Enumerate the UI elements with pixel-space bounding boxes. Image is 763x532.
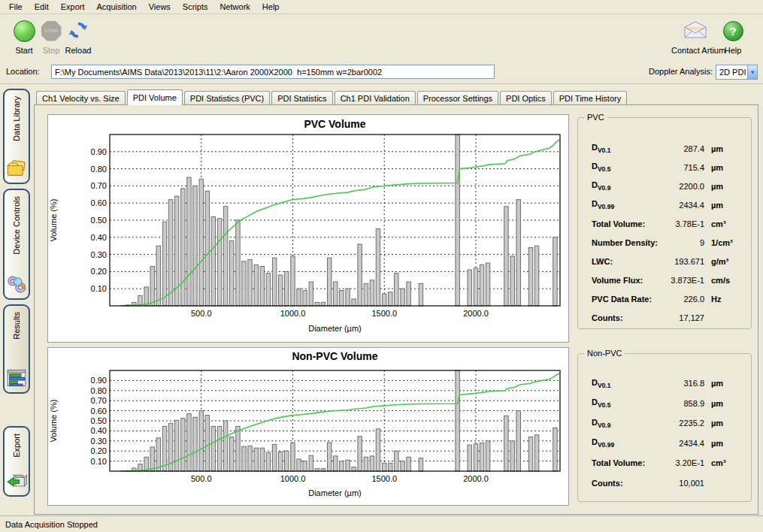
pvc-volume-chart: 0.100.200.300.400.500.600.700.800.90500.…	[48, 115, 568, 342]
stat-label: Volume Flux:	[592, 276, 643, 285]
svg-text:2000.0: 2000.0	[463, 309, 489, 318]
stat-label: Number Density:	[592, 238, 658, 247]
stat-unit: cm³	[704, 219, 743, 228]
reload-button[interactable]: Reload	[54, 18, 102, 55]
svg-text:500.0: 500.0	[191, 309, 212, 318]
stat-value: 17,127	[623, 313, 704, 322]
stat-label: DV0.9	[592, 418, 610, 429]
svg-text:0.50: 0.50	[91, 216, 107, 225]
folder-icon	[6, 158, 27, 179]
stat-unit: cm³	[704, 458, 743, 467]
pvc-stats-title: PVC	[584, 113, 607, 122]
location-input[interactable]	[51, 65, 495, 79]
stat-value: 3.873E-1	[643, 276, 704, 285]
contact-artium-label: Contact Artium	[671, 46, 719, 55]
stat-unit: µm	[704, 439, 743, 448]
svg-text:PVC Volume: PVC Volume	[304, 118, 365, 130]
status-text: Data Acquisition Stopped	[5, 520, 98, 529]
stat-label: DV0.1	[592, 378, 610, 389]
svg-text:Diameter (µm): Diameter (µm)	[308, 488, 362, 497]
doppler-analysis-label: Doppler Analysis:	[649, 67, 713, 76]
contact-artium-button[interactable]: Contact Artium	[671, 18, 719, 55]
menu-item-help[interactable]: Help	[256, 1, 286, 13]
tab-ch1-pdi-validation[interactable]: Ch1 PDI Validation	[335, 91, 416, 105]
svg-text:0.90: 0.90	[91, 147, 107, 156]
menu-item-scripts[interactable]: Scripts	[177, 1, 214, 13]
non-pvc-stats-title: Non-PVC	[584, 349, 625, 358]
sidebar-item-data-library[interactable]: Data Library	[3, 89, 30, 184]
status-bar: Data Acquisition Stopped	[0, 515, 763, 532]
reload-label: Reload	[54, 46, 102, 55]
stat-row: DV0.5715.4µm	[578, 158, 751, 177]
location-label: Location:	[6, 67, 40, 76]
non-pvc-volume-chart: 0.100.200.300.400.500.600.700.800.90500.…	[48, 348, 568, 505]
tab-pdi-time-history[interactable]: PDI Time History	[553, 91, 628, 105]
reload-icon	[67, 19, 89, 43]
svg-text:0.90: 0.90	[91, 376, 107, 385]
svg-text:Volume (%): Volume (%)	[49, 199, 58, 242]
sidebar-item-device-controls[interactable]: Device Controls	[3, 189, 30, 300]
stat-row: Counts:10,001	[578, 473, 751, 494]
svg-text:0.30: 0.30	[91, 437, 107, 446]
svg-text:1000.0: 1000.0	[280, 474, 306, 483]
stat-unit: cm/s	[704, 276, 743, 285]
menu-item-views[interactable]: Views	[143, 1, 177, 13]
tab-processor-settings[interactable]: Processor Settings	[417, 91, 498, 105]
doppler-analysis-dropdown[interactable]: 2D PDI ▼	[716, 65, 758, 80]
doppler-analysis-value: 2D PDI	[716, 65, 747, 79]
stat-label: Counts:	[592, 313, 623, 322]
sidebar-item-label: Export	[12, 434, 21, 458]
stat-value: 10,001	[623, 479, 704, 488]
menu-item-edit[interactable]: Edit	[29, 1, 55, 13]
stat-unit: µm	[704, 379, 743, 388]
tab-pdi-statistics[interactable]: PDI Statistics	[271, 91, 332, 105]
stat-label: DV0.9	[592, 180, 610, 192]
stat-value: 2235.2	[610, 419, 704, 428]
stat-unit: Hz	[704, 295, 743, 304]
stat-label: DV0.1	[592, 143, 610, 154]
stat-label: DV0.5	[592, 397, 610, 409]
stat-row: Volume Flux:3.873E-1cm/s	[578, 271, 751, 289]
sidebar-item-results[interactable]: Results	[3, 304, 30, 394]
tab-pdi-statistics-pvc[interactable]: PDI Statistics (PVC)	[184, 91, 270, 105]
svg-text:0.60: 0.60	[91, 198, 107, 207]
stat-row: PVC Data Rate:226.0Hz	[578, 289, 751, 308]
menu-item-file[interactable]: File	[3, 1, 29, 13]
non-pvc-volume-chart-panel: 0.100.200.300.400.500.600.700.800.90500.…	[47, 347, 569, 506]
stat-row: DV0.992434.4µm	[578, 434, 751, 454]
stat-value: 226.0	[652, 295, 704, 304]
menu-item-network[interactable]: Network	[213, 1, 256, 13]
svg-text:0.30: 0.30	[91, 250, 107, 259]
stat-value: 3.20E-1	[645, 458, 704, 467]
tab-pdi-volume[interactable]: PDI Volume	[127, 89, 183, 105]
svg-text:Volume (%): Volume (%)	[49, 400, 58, 443]
svg-text:0.10: 0.10	[91, 457, 107, 466]
svg-text:0.80: 0.80	[91, 165, 107, 174]
menu-item-acquisition[interactable]: Acquisition	[91, 1, 143, 13]
stat-value: 858.9	[610, 399, 704, 408]
stat-row: DV0.92200.0µm	[578, 177, 751, 195]
tab-pdi-optics[interactable]: PDI Optics	[500, 91, 552, 105]
results-chart-icon	[6, 367, 27, 388]
tab-ch1-velocity-vs-size[interactable]: Ch1 Velocity vs. Size	[36, 91, 126, 105]
stat-row: DV0.5858.9µm	[578, 394, 751, 414]
stat-unit: g/m³	[704, 257, 743, 266]
sidebar-item-export[interactable]: Export	[3, 426, 30, 497]
stat-value: 2434.4	[614, 439, 704, 448]
chevron-down-icon[interactable]: ▼	[747, 65, 757, 79]
stat-row: DV0.992434.4µm	[578, 195, 751, 214]
pvc-stats-groupbox: PVC DV0.1287.4µmDV0.5715.4µmDV0.92200.0µ…	[577, 117, 752, 329]
stat-unit: 1/cm³	[704, 238, 743, 247]
menu-item-export[interactable]: Export	[55, 1, 91, 13]
stat-label: DV0.99	[592, 437, 614, 449]
stat-row: Number Density:91/cm³	[578, 233, 751, 252]
location-row: Location: Doppler Analysis: 2D PDI ▼	[0, 61, 763, 84]
svg-text:0.20: 0.20	[91, 446, 107, 455]
stat-row: DV0.92235.2µm	[578, 413, 751, 434]
svg-text:Non-PVC Volume: Non-PVC Volume	[292, 350, 377, 362]
help-button[interactable]: ? Help	[716, 18, 749, 55]
toolbar: Start STOP Stop Reload	[0, 14, 763, 61]
svg-text:0.10: 0.10	[91, 284, 107, 293]
stat-label: PVC Data Rate:	[592, 295, 652, 304]
stat-value: 193.671	[613, 257, 704, 266]
